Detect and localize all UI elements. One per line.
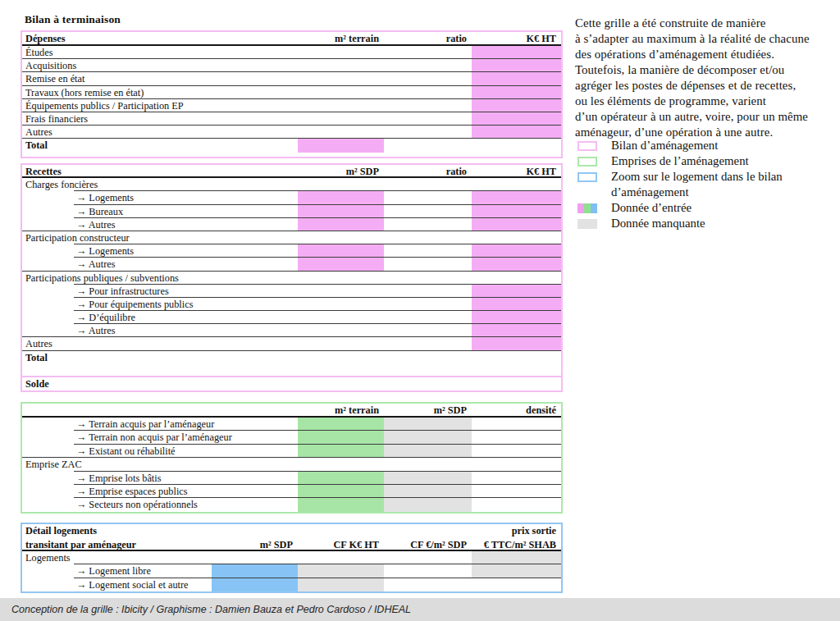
entry-data-cell — [298, 244, 384, 258]
table-depenses: Dépensesm² terrainratioK€ HTÉtudesAcquis… — [21, 30, 563, 158]
entry-data-cell — [298, 139, 384, 152]
column-header: prix sortie — [472, 525, 556, 537]
entry-data-cell — [472, 285, 561, 298]
row-label: Acquisitions — [25, 60, 76, 72]
row-separator — [22, 271, 561, 272]
legend-item: Zoom sur le logement dans le bilan d’amé… — [578, 169, 829, 200]
row-label: Emprise ZAC — [25, 459, 82, 471]
legend-swatch-outline-green — [578, 157, 597, 167]
row-separator — [74, 297, 561, 298]
table-row: → Autres — [22, 324, 561, 337]
footer-bar: Conception de la grille : Ibicity / Grap… — [0, 598, 840, 621]
row-label: → Logement social et autre — [76, 579, 189, 591]
row-separator — [22, 58, 561, 59]
table-row: → Autres — [22, 218, 561, 231]
legend-item: Bilan d’aménagement — [578, 138, 829, 153]
entry-data-cell — [472, 244, 561, 258]
legend-swatch-segment — [578, 203, 584, 213]
missing-data-cell — [472, 564, 561, 578]
row-separator — [22, 416, 561, 418]
table-row: → Terrain acquis par l’aménageur — [22, 418, 561, 431]
table-row: → Logements — [22, 244, 561, 258]
row-label: → Terrain non acquis par l’aménageur — [76, 432, 232, 444]
column-header: m² SDP — [384, 404, 467, 417]
row-label: Détail logements — [25, 525, 97, 537]
table-row: → Bureaux — [22, 205, 561, 218]
table-header-row: m² terrainm² SDPdensité — [22, 404, 561, 418]
missing-data-cell — [298, 564, 384, 578]
table-row: Emprise ZAC — [22, 458, 561, 471]
table-row: Travaux (hors remise en état) — [22, 86, 561, 99]
table-row: Remise en état — [22, 72, 561, 85]
missing-data-cell — [384, 472, 472, 485]
missing-data-cell — [384, 445, 472, 458]
table-row: Participations publiques / subventions — [22, 272, 561, 285]
table-row: Autres — [22, 126, 561, 139]
row-separator — [22, 71, 561, 72]
row-label: Autres — [25, 338, 52, 350]
entry-data-cell — [298, 418, 384, 431]
entry-data-cell — [472, 258, 561, 271]
row-label: → Secteurs non opérationnels — [76, 499, 198, 511]
row-label: Participations publiques / subventions — [25, 272, 179, 285]
entry-data-cell — [472, 191, 561, 204]
row-separator — [22, 44, 561, 46]
row-separator — [74, 204, 561, 205]
row-separator — [74, 284, 561, 285]
table-row: → Logement libre — [22, 564, 561, 578]
row-separator — [74, 244, 561, 244]
table-row: → Secteurs non opérationnels — [22, 498, 561, 511]
table-row: Logements — [22, 551, 561, 564]
missing-data-cell — [384, 485, 472, 498]
row-label: Dépenses — [25, 33, 66, 45]
table-header-row: Détail logementsprix sortie — [22, 524, 561, 538]
legend-label: Bilan d’aménagement — [611, 138, 718, 153]
row-separator — [22, 125, 561, 126]
row-label: Logements — [25, 552, 71, 564]
table-row: Total — [22, 139, 561, 152]
missing-data-cell — [384, 431, 472, 444]
legend-swatch-outline-blue — [578, 172, 597, 182]
table-row: → Terrain non acquis par l’aménageur — [22, 431, 561, 444]
row-separator — [22, 550, 561, 551]
legend-label: Donnée d’entrée — [611, 200, 692, 216]
legend-swatch-segment — [591, 203, 597, 213]
row-separator — [22, 457, 561, 458]
entry-data-cell — [298, 445, 384, 458]
page: Bilan à terminaison Dépensesm² terrainra… — [0, 0, 840, 621]
table-row: Total — [22, 351, 561, 364]
legend-item: Emprises de l’aménagement — [578, 153, 829, 169]
entry-data-cell — [472, 99, 561, 112]
entry-data-cell — [472, 72, 561, 85]
row-label: → Pour équipements publics — [76, 299, 193, 311]
column-header: K€ HT — [472, 33, 556, 45]
row-separator — [22, 231, 561, 231]
legend-swatch-gray — [578, 219, 597, 229]
row-label: Études — [25, 47, 52, 59]
row-separator — [74, 497, 561, 498]
missing-data-cell — [472, 551, 561, 564]
entry-data-cell — [472, 205, 561, 218]
row-separator — [22, 376, 561, 377]
table-row: Solde — [22, 377, 561, 390]
entry-data-cell — [298, 218, 384, 231]
entry-data-cell — [472, 298, 561, 311]
table-row: Participation constructeur — [22, 231, 561, 244]
intro-paragraph: Cette grille a été construite de manière… — [575, 16, 838, 140]
entry-data-cell — [472, 324, 561, 337]
row-label: → Logements — [76, 245, 134, 258]
missing-data-cell — [384, 418, 472, 431]
table-row: → Pour infrastructures — [22, 285, 561, 298]
row-separator — [74, 471, 561, 472]
row-label: Autres — [25, 126, 52, 139]
entry-data-cell — [298, 498, 384, 511]
row-separator — [74, 323, 561, 324]
row-label: → Existant ou réhabilité — [76, 445, 176, 458]
table-recettes: Recettesm² SDPratioK€ HTCharges foncière… — [21, 163, 563, 392]
table-header-row: Dépensesm² terrainratioK€ HT — [22, 32, 561, 46]
table-logements: Détail logementsprix sortietransitant pa… — [21, 523, 563, 593]
legend-label: Zoom sur le logement dans le bilan d’amé… — [611, 169, 829, 200]
row-label: → Logement libre — [76, 565, 151, 578]
row-separator — [74, 444, 561, 445]
row-separator — [74, 578, 561, 578]
